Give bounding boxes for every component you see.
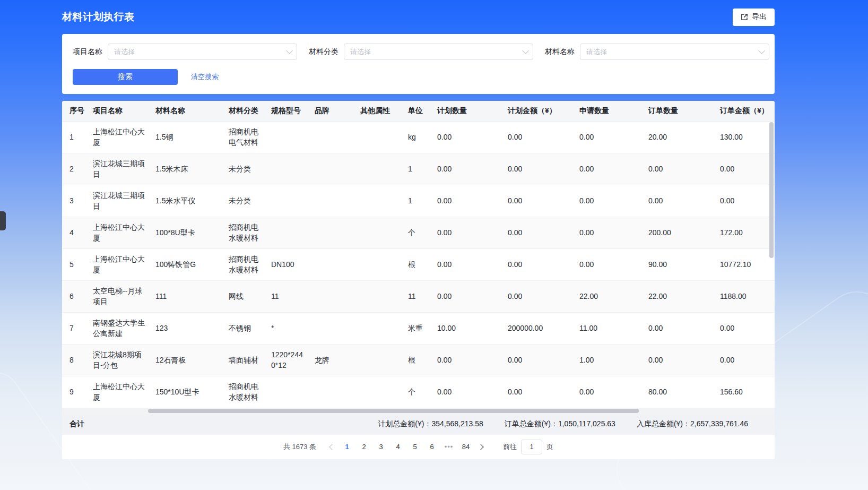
table-row[interactable]: 1上海松江中心大厦1.5钢招商机电电气材料kg0.000.000.0020.00…	[62, 121, 775, 153]
table-cell: 0.00	[504, 280, 575, 312]
table-cell: 0.00	[575, 121, 644, 153]
table-cell: 个	[404, 217, 433, 248]
table-cell: 80.00	[644, 376, 716, 408]
table-cell: 0.00	[504, 376, 575, 408]
table-cell: 6	[62, 280, 89, 312]
table-cell	[356, 217, 404, 248]
goto-page-input[interactable]	[521, 440, 542, 454]
table-cell: 2	[62, 153, 89, 185]
page-number-2[interactable]: 2	[357, 440, 371, 454]
total-count: 共 1673 条	[283, 442, 316, 452]
select-placeholder: 请选择	[586, 47, 607, 57]
table-cell: 200000.00	[504, 312, 575, 344]
table-cell: 130.00	[716, 121, 775, 153]
page-ellipsis: •••	[442, 440, 456, 454]
table-cell: 22.00	[575, 280, 644, 312]
table-cell: 1220*2440*12	[267, 344, 310, 376]
table-cell: 0.00	[575, 248, 644, 280]
table-cell: 20.00	[644, 121, 716, 153]
table-row[interactable]: 8滨江花城8期项目-分包12石膏板墙面辅材1220*2440*12龙牌根0.00…	[62, 344, 775, 376]
table-cell	[356, 312, 404, 344]
table-cell: 招商机电水暖材料	[224, 248, 267, 280]
table-cell	[356, 121, 404, 153]
table-cell: 8	[62, 344, 89, 376]
horizontal-scrollbar-thumb[interactable]	[148, 409, 639, 413]
page-number-5[interactable]: 5	[408, 440, 422, 454]
table-cell: 1	[404, 153, 433, 185]
page-number-6[interactable]: 6	[425, 440, 439, 454]
search-button[interactable]: 搜索	[73, 69, 178, 85]
table-cell: 0.00	[433, 344, 504, 376]
table-cell: 根	[404, 248, 433, 280]
chevron-down-icon	[286, 47, 293, 54]
material-name-select[interactable]: 请选择	[580, 44, 769, 60]
table-cell: 0.00	[433, 376, 504, 408]
page-number-84[interactable]: 84	[459, 440, 473, 454]
horizontal-scrollbar[interactable]	[62, 408, 775, 414]
pagination-bar: 共 1673 条 123456•••84 前往 页	[62, 435, 775, 459]
table-cell	[310, 280, 356, 312]
table-cell	[267, 185, 310, 217]
column-header: 品牌	[310, 101, 356, 121]
table-cell: 22.00	[644, 280, 716, 312]
table-cell	[267, 121, 310, 153]
table-row[interactable]: 4上海松江中心大厦100*8U型卡招商机电水暖材料个0.000.000.0020…	[62, 217, 775, 248]
next-page-button[interactable]	[474, 441, 487, 453]
material-plan-table: 序号项目名称材料名称材料分类规格型号品牌其他属性单位计划数量计划金额（¥）申请数…	[62, 101, 775, 408]
table-cell: 200.00	[644, 217, 716, 248]
table-panel: 序号项目名称材料名称材料分类规格型号品牌其他属性单位计划数量计划金额（¥）申请数…	[62, 101, 775, 459]
goto-suffix: 页	[546, 442, 553, 452]
table-row[interactable]: 5上海松江中心大厦100铸铁管G招商机电水暖材料DN100根0.000.000.…	[62, 248, 775, 280]
table-cell	[310, 248, 356, 280]
table-cell: 10772.10	[716, 248, 775, 280]
table-cell: 米重	[404, 312, 433, 344]
table-cell: 3	[62, 185, 89, 217]
table-cell: 1.5钢	[151, 121, 224, 153]
table-cell: 未分类	[224, 153, 267, 185]
page-number-1[interactable]: 1	[340, 440, 354, 454]
drawer-handle[interactable]	[0, 211, 6, 230]
table-cell: 招商机电水暖材料	[224, 217, 267, 248]
table-row[interactable]: 6太空电梯--月球项目111网线11110.000.0022.0022.0011…	[62, 280, 775, 312]
table-row[interactable]: 7南钢盛达大学生公寓新建123不锈钢*米重10.00200000.0011.00…	[62, 312, 775, 344]
table-cell: 1.00	[575, 344, 644, 376]
table-cell: 0.00	[433, 185, 504, 217]
table-row[interactable]: 3滨江花城三期项目1.5米水平仪未分类10.000.000.000.000.00	[62, 185, 775, 217]
table-cell: 0.00	[716, 344, 775, 376]
table-row[interactable]: 9上海松江中心大厦150*10U型卡招商机电水暖材料个0.000.000.008…	[62, 376, 775, 408]
table-cell: 0.00	[433, 121, 504, 153]
table-cell: 0.00	[504, 185, 575, 217]
page-title: 材料计划执行表	[62, 10, 135, 24]
table-cell: 0.00	[504, 344, 575, 376]
project-name-select[interactable]: 请选择	[108, 44, 297, 60]
table-cell: 0.00	[504, 217, 575, 248]
table-cell	[356, 153, 404, 185]
prev-page-button[interactable]	[326, 441, 338, 453]
vertical-scrollbar[interactable]	[769, 122, 774, 409]
table-cell	[310, 185, 356, 217]
table-row[interactable]: 2滨江花城三期项目1.5米木床未分类10.000.000.000.000.00	[62, 153, 775, 185]
plan-total: 计划总金额(¥)：354,568,213.58	[378, 419, 483, 429]
column-header: 申请数量	[575, 101, 644, 121]
table-cell: 0.00	[575, 153, 644, 185]
goto-page: 前往 页	[503, 440, 553, 454]
vertical-scrollbar-thumb[interactable]	[769, 122, 774, 258]
export-button[interactable]: 导出	[733, 8, 775, 26]
page-number-3[interactable]: 3	[374, 440, 388, 454]
table-cell: 100*8U型卡	[151, 217, 224, 248]
table-cell: 4	[62, 217, 89, 248]
table-cell: 123	[151, 312, 224, 344]
table-cell: kg	[404, 121, 433, 153]
table-cell: 0.00	[575, 376, 644, 408]
table-cell: 上海松江中心大厦	[89, 248, 151, 280]
page-number-4[interactable]: 4	[391, 440, 405, 454]
table-cell: 0.00	[504, 121, 575, 153]
table-cell: 156.60	[716, 376, 775, 408]
table-cell: 0.00	[504, 248, 575, 280]
material-category-select[interactable]: 请选择	[344, 44, 533, 60]
table-cell	[356, 376, 404, 408]
clear-search-link[interactable]: 清空搜索	[191, 72, 219, 82]
table-cell: DN100	[267, 248, 310, 280]
table-cell: 未分类	[224, 185, 267, 217]
filter-group-project: 项目名称 请选择	[73, 44, 297, 60]
